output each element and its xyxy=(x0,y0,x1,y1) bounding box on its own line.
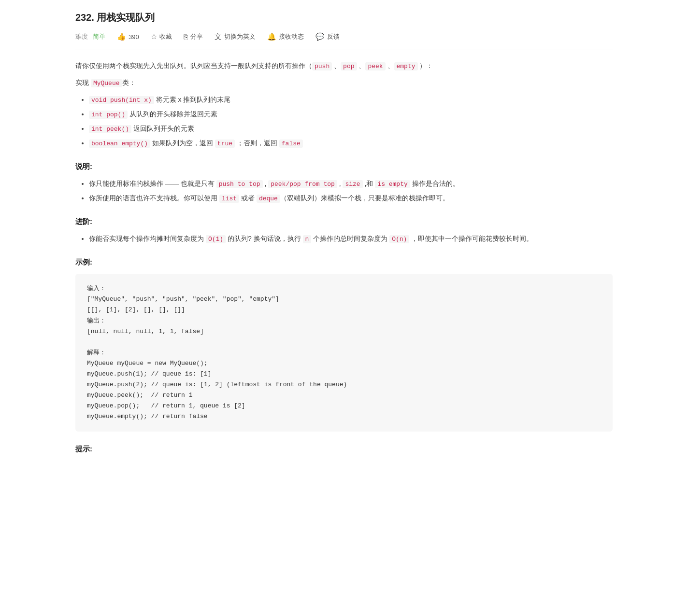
inline-myqueue: MyQueue xyxy=(91,79,122,87)
explain-label: 解释： xyxy=(87,349,106,356)
advanced-heading: 进阶: xyxy=(75,216,613,227)
list-item: boolean empty() 如果队列为空，返回 true ；否则，返回 fa… xyxy=(89,138,613,149)
star-label: 收藏 xyxy=(159,32,172,41)
inline-size: size xyxy=(343,180,362,188)
intro-text: 请你仅使用两个栈实现先入先出队列。队列应当支持一般队列支持的所有操作（ xyxy=(75,62,312,70)
share-icon: ⎘ xyxy=(184,33,188,41)
translate-label: 切换为英文 xyxy=(224,32,256,41)
notify-label: 接收动态 xyxy=(279,32,304,41)
example-code-block: 输入： ["MyQueue", "push", "push", "peek", … xyxy=(75,274,613,432)
note-content: 你只能使用标准的栈操作 —— 也就是只有 push to top , peek/… xyxy=(75,178,613,204)
notify-icon: 🔔 xyxy=(267,32,276,41)
translate-button[interactable]: 文 切换为英文 xyxy=(215,32,256,42)
inline-push: push xyxy=(312,62,332,70)
difficulty-badge: 简单 xyxy=(93,32,105,42)
list-item: void push(int x) 将元素 x 推到队列的末尾 xyxy=(89,94,613,106)
inline-true: true xyxy=(215,140,235,148)
inline-o1: O(1) xyxy=(206,235,226,243)
problem-title: 232. 用栈实现队列 xyxy=(75,10,613,25)
inline-is-empty: is empty xyxy=(375,180,410,188)
page-container: 232. 用栈实现队列 难度 简单 👍 390 ☆ 收藏 ⎘ 分享 文 切换为英… xyxy=(64,0,624,470)
inline-empty: empty xyxy=(394,62,418,70)
feedback-icon: 💬 xyxy=(315,32,325,41)
like-icon: 👍 xyxy=(117,32,126,41)
feedback-button[interactable]: 💬 反馈 xyxy=(315,32,340,41)
list-item: int peek() 返回队列开头的元素 xyxy=(89,123,613,135)
share-label: 分享 xyxy=(190,32,203,41)
list-item: 你只能使用标准的栈操作 —— 也就是只有 push to top , peek/… xyxy=(89,178,613,190)
note-heading: 说明: xyxy=(75,161,613,172)
like-button[interactable]: 👍 390 xyxy=(117,32,139,41)
toolbar: 难度 简单 👍 390 ☆ 收藏 ⎘ 分享 文 切换为英文 🔔 接收动态 💬 反… xyxy=(75,32,613,50)
method-push-code: void push(int x) xyxy=(89,96,154,104)
output-label: 输出： xyxy=(87,317,106,324)
inline-peek: peek xyxy=(365,62,385,70)
inline-n: n xyxy=(303,235,312,243)
translate-icon: 文 xyxy=(215,32,222,42)
method-peek-code: int peek() xyxy=(89,125,131,133)
description-intro: 请你仅使用两个栈实现先入先出队列。队列应当支持一般队列支持的所有操作（push … xyxy=(75,60,613,149)
method-empty-code: boolean empty() xyxy=(89,140,150,148)
feedback-label: 反馈 xyxy=(327,32,340,41)
share-button[interactable]: ⎘ 分享 xyxy=(184,32,203,41)
list-item: 你能否实现每个操作均摊时间复杂度为 O(1) 的队列? 换句话说，执行 n 个操… xyxy=(89,233,613,245)
input-label: 输入： xyxy=(87,285,106,292)
inline-pop: pop xyxy=(341,62,357,70)
hint-heading: 提示: xyxy=(75,443,613,455)
star-button[interactable]: ☆ 收藏 xyxy=(151,32,172,41)
inline-on: O(n) xyxy=(389,235,409,243)
inline-list: list xyxy=(219,195,239,203)
notes-list: 你只能使用标准的栈操作 —— 也就是只有 push to top , peek/… xyxy=(75,178,613,204)
inline-false: false xyxy=(279,140,303,148)
notify-button[interactable]: 🔔 接收动态 xyxy=(267,32,304,41)
example-heading: 示例: xyxy=(75,256,613,268)
list-item: int pop() 从队列的开头移除并返回元素 xyxy=(89,109,613,120)
difficulty-label: 难度 xyxy=(75,32,88,42)
inline-deque: deque xyxy=(257,195,280,203)
list-item: 你所使用的语言也许不支持栈。你可以使用 list 或者 deque（双端队列）来… xyxy=(89,193,613,204)
difficulty-row: 难度 简单 xyxy=(75,32,105,42)
method-pop-code: int pop() xyxy=(89,111,128,119)
star-icon: ☆ xyxy=(151,32,157,41)
implement-suffix: 类： xyxy=(122,79,136,86)
inline-peek-pop: peek/pop from top xyxy=(268,180,337,188)
advanced-list: 你能否实现每个操作均摊时间复杂度为 O(1) 的队列? 换句话说，执行 n 个操… xyxy=(75,233,613,245)
inline-push-to-top: push to top xyxy=(216,180,263,188)
implement-text: 实现 xyxy=(75,79,91,86)
advanced-content: 你能否实现每个操作均摊时间复杂度为 O(1) 的队列? 换句话说，执行 n 个操… xyxy=(75,233,613,245)
methods-list: void push(int x) 将元素 x 推到队列的末尾 int pop()… xyxy=(75,94,613,149)
like-count: 390 xyxy=(129,33,139,41)
